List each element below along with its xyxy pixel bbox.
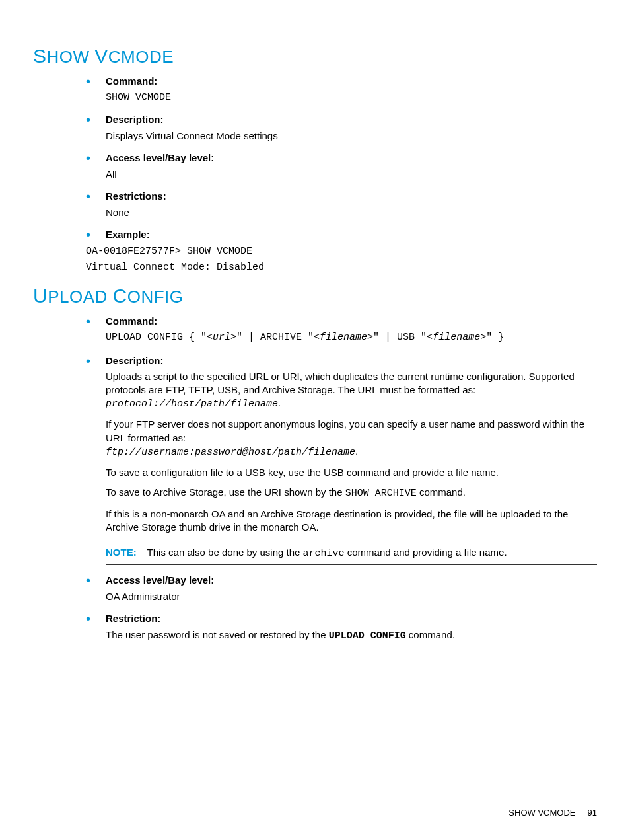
item-command-2: Command: UPLOAD CONFIG { "<url>" | ARCHI… — [106, 315, 597, 346]
command-value: SHOW VCMODE — [106, 92, 171, 103]
item-access-2: Access level/Bay level: OA Administrator — [106, 574, 597, 603]
item-example: Example: OA-0018FE27577F> SHOW VCMODE Vi… — [106, 229, 597, 276]
item-access: Access level/Bay level: All — [106, 152, 597, 181]
example-block: OA-0018FE27577F> SHOW VCMODE Virtual Con… — [86, 244, 597, 276]
item-restriction-2: Restriction: The user password is not sa… — [106, 613, 597, 643]
description-label-2: Description: — [106, 355, 597, 366]
description-value: Displays Virtual Connect Mode settings — [106, 130, 278, 141]
desc-p2: If your FTP server does not support anon… — [106, 418, 597, 459]
description-block: Uploads a script to the specified URL or… — [106, 370, 597, 566]
note-label: NOTE: — [106, 547, 137, 558]
access-value: All — [106, 169, 117, 180]
description-label: Description: — [106, 114, 597, 125]
restrictions-value: None — [106, 207, 129, 218]
command-label-2: Command: — [106, 315, 597, 326]
access-label: Access level/Bay level: — [106, 152, 597, 163]
example-line2: Virtual Connect Mode: Disabled — [86, 260, 597, 276]
note-box: NOTE: This can also be done by using the… — [106, 541, 597, 565]
section2-list: Command: UPLOAD CONFIG { "<url>" | ARCHI… — [106, 315, 597, 643]
section-heading-show-vcmode: SHOW VCMODE — [33, 45, 597, 67]
restriction-label: Restriction: — [106, 613, 597, 624]
item-command: Command: SHOW VCMODE — [106, 75, 597, 104]
example-line1: OA-0018FE27577F> SHOW VCMODE — [86, 244, 597, 260]
page-footer: SHOW VCMODE 91 — [508, 808, 597, 818]
item-description-2: Description: Uploads a script to the spe… — [106, 355, 597, 566]
desc-p1: Uploads a script to the specified URL or… — [106, 370, 597, 412]
footer-page: 91 — [588, 808, 597, 818]
item-description: Description: Displays Virtual Connect Mo… — [106, 114, 597, 143]
access-label-2: Access level/Bay level: — [106, 574, 597, 586]
footer-title: SHOW VCMODE — [508, 808, 575, 818]
item-restrictions: Restrictions: None — [106, 190, 597, 219]
command-label: Command: — [106, 75, 597, 87]
section1-list: Command: SHOW VCMODE Description: Displa… — [106, 75, 597, 276]
restriction-text: The user password is not saved or restor… — [106, 629, 455, 640]
restrictions-label: Restrictions: — [106, 190, 597, 202]
desc-p4: To save to Archive Storage, use the URI … — [106, 486, 597, 500]
desc-p5: If this is a non-monarch OA and an Archi… — [106, 508, 597, 535]
desc-p3: To save a configuration file to a USB ke… — [106, 466, 597, 479]
command-syntax: UPLOAD CONFIG { "<url>" | ARCHIVE "<file… — [106, 330, 597, 346]
example-label: Example: — [106, 229, 597, 240]
access-value-2: OA Administrator — [106, 591, 180, 602]
section-heading-upload-config: UPLOAD CONFIG — [33, 285, 597, 307]
